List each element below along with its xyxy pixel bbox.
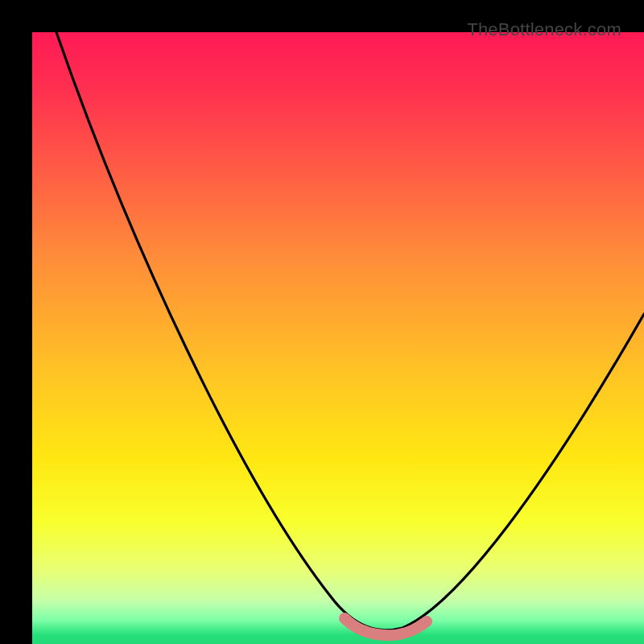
chart-frame: TheBottleneck.com — [16, 16, 628, 628]
plot-area — [32, 32, 644, 644]
svg-point-3 — [378, 632, 382, 637]
bottleneck-curve — [56, 32, 644, 630]
watermark-text: TheBottleneck.com — [467, 19, 621, 40]
svg-point-4 — [387, 632, 392, 637]
curve-layer — [32, 32, 644, 644]
svg-point-2 — [368, 630, 373, 635]
svg-point-1 — [358, 627, 363, 632]
svg-point-7 — [416, 622, 421, 627]
svg-point-6 — [407, 627, 411, 632]
svg-point-5 — [397, 630, 402, 635]
svg-point-0 — [349, 621, 353, 625]
